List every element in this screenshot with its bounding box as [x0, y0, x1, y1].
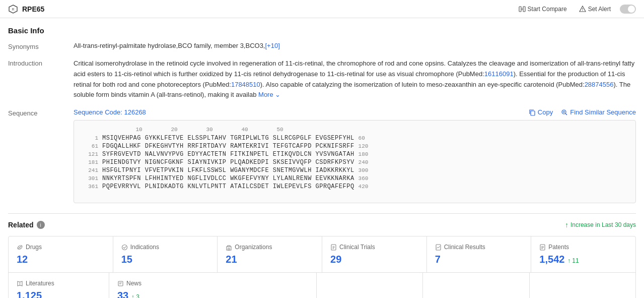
sequence-box[interactable]: 10 20 30 40 50 1 MSIQVEHPAG GYKKLFETVЕ E… [74, 120, 636, 203]
seq-body: SYFRGVEVTD NALVNVYPVG EDYYACTETN FITKINP… [102, 151, 354, 158]
alert-icon [579, 6, 586, 13]
header: R RPE65 Start Compare Set Alert [0, 0, 644, 18]
filler-card-4 [317, 273, 423, 298]
organizations-icon [226, 244, 232, 251]
related-card-patents[interactable]: Patents 1,542 ↑ 11 [531, 236, 635, 273]
related-cards-row2: Literatures 1,125 News 33 ↑ 3 [9, 273, 635, 298]
patents-increase: ↑ 11 [567, 257, 579, 264]
sequence-ruler: 10 20 30 40 50 [82, 127, 627, 133]
svg-rect-7 [531, 111, 535, 115]
seq-line-7: 361 PQPEVRRYVL PLNIDKADTG KNLVTLPNTT ATA… [82, 183, 627, 190]
organizations-label: Organizations [226, 244, 314, 251]
clinical-results-value: 7 [435, 254, 523, 265]
organizations-value: 21 [226, 254, 314, 265]
patents-label: Patents [539, 244, 627, 251]
pill-icon [17, 244, 23, 251]
patents-value: 1,542 ↑ 11 [539, 254, 627, 265]
seq-body: HSFGLTPNYI VFVETPVKIN LFKFLSSWSL WGANYMD… [102, 167, 354, 174]
synonyms-text: All-trans-retinyl-palmitate hydrolase,BC… [74, 42, 265, 49]
seq-right-num: 360 [354, 175, 375, 182]
seq-right-num: 120 [354, 143, 375, 149]
seq-left-num: 1 [82, 135, 102, 141]
basic-info-title: Basic Info [8, 26, 636, 35]
seq-body: NNKYRTSPFN LFHHINTYED NGFLIVDLCC WKGFEFV… [102, 175, 354, 182]
sequence-header: Sequence Code: 126268 Copy [74, 108, 636, 116]
compare-icon [519, 6, 526, 13]
increase-label: Increase in Last 30 days [570, 221, 636, 228]
literatures-value: 1,125 [17, 290, 101, 298]
seq-body: PHIENDGTVY NIGNCFGKNF SIAYNIVKIP PLQADKE… [102, 159, 354, 166]
introduction-row: Introduction Critical isomerohydrolase i… [8, 58, 636, 100]
related-card-clinical-results[interactable]: Clinical Results 7 [427, 236, 532, 273]
related-info-icon[interactable]: i [37, 221, 45, 229]
synonyms-more-link[interactable]: [+10] [265, 42, 280, 49]
svg-point-9 [563, 111, 565, 112]
related-card-news[interactable]: News 33 ↑ 3 [109, 273, 210, 298]
increase-badge: ↑ Increase in Last 30 days [565, 221, 636, 229]
clinical-results-card-label: Clinical Results [444, 244, 485, 251]
basic-info-section: Basic Info Synonyms All-trans-retinyl-pa… [8, 26, 636, 203]
svg-point-8 [562, 110, 566, 114]
find-similar-label: Find Similar Sequence [570, 108, 636, 116]
filler-card-6 [530, 273, 636, 298]
literatures-card-label: Literatures [26, 280, 54, 287]
related-card-clinical-trials[interactable]: Clinical Trials 29 [322, 236, 427, 273]
sequence-label: Sequence [8, 108, 74, 203]
pubmed-link-2[interactable]: 17848510 [231, 81, 260, 88]
news-label: News [117, 280, 202, 287]
patents-card-label: Patents [548, 244, 569, 251]
related-header: Related i ↑ Increase in Last 30 days [8, 221, 636, 229]
svg-point-6 [582, 10, 583, 11]
synonyms-value: All-trans-retinyl-palmitate hydrolase,BC… [74, 42, 636, 50]
svg-rect-2 [519, 7, 521, 12]
page-title: RPE65 [22, 5, 44, 13]
app-logo-icon: R [8, 4, 18, 14]
set-alert-button[interactable]: Set Alert [576, 4, 614, 15]
more-link[interactable]: More ⌄ [258, 91, 280, 98]
find-similar-icon [561, 109, 568, 116]
pubmed-link-1[interactable]: 16116091 [484, 70, 514, 78]
copy-button[interactable]: Copy [529, 108, 553, 116]
organizations-card-label: Organizations [235, 244, 272, 251]
drugs-label: Drugs [17, 244, 105, 251]
clinical-results-icon [435, 244, 442, 251]
svg-rect-3 [523, 7, 525, 12]
drugs-value: 12 [17, 254, 105, 265]
arrow-up-icon: ↑ [565, 221, 568, 229]
main-content: Basic Info Synonyms All-trans-retinyl-pa… [0, 18, 644, 298]
seq-line-4: 181 PHIENDGTVY NIGNCFGKNF SIAYNIVKIP PLQ… [82, 159, 627, 166]
start-compare-button[interactable]: Start Compare [516, 4, 570, 15]
seq-left-num: 301 [82, 175, 102, 182]
svg-text:R: R [12, 8, 14, 11]
related-card-organizations[interactable]: Organizations 21 [218, 236, 322, 273]
seq-left-num: 361 [82, 184, 102, 190]
sequence-code-link[interactable]: Sequence Code: 126268 [74, 108, 146, 116]
seq-left-num: 181 [82, 159, 102, 165]
pubmed-link-3[interactable]: 28874556 [585, 81, 614, 88]
literatures-label: Literatures [17, 280, 101, 287]
set-alert-toggle[interactable] [620, 5, 636, 14]
svg-rect-15 [228, 248, 230, 250]
related-card-indications[interactable]: Indications 15 [113, 236, 218, 273]
indications-card-label: Indications [130, 244, 159, 251]
clinical-results-label: Clinical Results [435, 244, 523, 251]
drugs-card-label: Drugs [26, 244, 42, 251]
seq-line-2: 61 FDGQALLHKF DFKEGHVTYH RRFIRTDAYV RAMT… [82, 143, 627, 150]
svg-point-13 [122, 245, 127, 250]
related-card-literatures[interactable]: Literatures 1,125 [9, 273, 109, 298]
related-card-drugs[interactable]: Drugs 12 [9, 236, 113, 273]
news-card-label: News [126, 280, 141, 287]
seq-line-1: 1 MSIQVEHPAG GYKKLFETVЕ ELSSPLTAHV TGRIP… [82, 135, 627, 142]
find-similar-button[interactable]: Find Similar Sequence [561, 108, 636, 116]
seq-line-6: 301 NNKYRTSPFN LFHHINTYED NGFLIVDLCC WKG… [82, 175, 627, 182]
seq-right-num: 240 [354, 159, 375, 165]
filler-card-5 [423, 273, 530, 298]
seq-left-num: 121 [82, 151, 102, 157]
clinical-trials-label: Clinical Trials [330, 244, 418, 251]
news-increase: ↑ 3 [131, 293, 139, 298]
filler-card-3 [210, 273, 317, 298]
related-cards-row1: Drugs 12 Indications 15 [9, 236, 635, 273]
seq-right-num: 300 [354, 167, 375, 173]
seq-right-num: 420 [354, 184, 375, 190]
copy-icon [529, 109, 536, 116]
